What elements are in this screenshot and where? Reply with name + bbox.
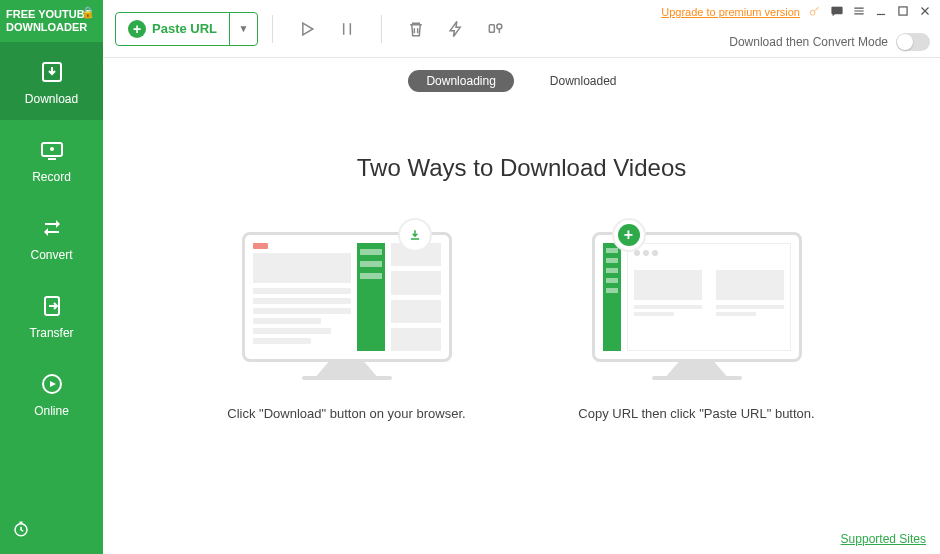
upgrade-link[interactable]: Upgrade to premium version <box>661 6 800 18</box>
plus-badge: + <box>612 218 646 252</box>
clock-icon[interactable] <box>12 520 30 542</box>
paste-url-main: + Paste URL <box>116 20 229 38</box>
tab-downloaded[interactable]: Downloaded <box>532 70 635 92</box>
mode-toggle[interactable] <box>896 33 930 51</box>
main-area: + Paste URL ▼ Upgrade to premium version… <box>103 0 940 554</box>
nav-record[interactable]: Record <box>0 120 103 198</box>
close-icon[interactable] <box>918 4 932 20</box>
separator <box>272 15 273 43</box>
record-icon <box>38 138 66 162</box>
nav-label: Transfer <box>29 326 73 340</box>
separator <box>381 15 382 43</box>
feedback-icon[interactable] <box>830 4 844 20</box>
tabs: Downloading Downloaded <box>103 58 940 104</box>
footer: Supported Sites <box>103 524 940 554</box>
way-browser: Click "Download" button on your browser. <box>217 232 477 424</box>
way-paste: + <box>567 232 827 424</box>
svg-point-8 <box>810 10 815 15</box>
download-icon <box>38 60 66 84</box>
monitor-illustration: + <box>592 232 802 380</box>
settings-button[interactable] <box>486 19 506 39</box>
mode-label: Download then Convert Mode <box>729 35 888 49</box>
speed-button[interactable] <box>446 19 466 39</box>
nav-download[interactable]: Download <box>0 42 103 120</box>
content-title: Two Ways to Download Videos <box>357 154 687 182</box>
toolbar: + Paste URL ▼ Upgrade to premium version… <box>103 0 940 58</box>
nav-label: Record <box>32 170 71 184</box>
convert-icon <box>38 216 66 240</box>
nav-label: Convert <box>30 248 72 262</box>
online-icon <box>38 372 66 396</box>
sidebar-bottom <box>0 508 103 554</box>
delete-button[interactable] <box>406 19 426 39</box>
paste-dropdown[interactable]: ▼ <box>229 13 257 45</box>
way-browser-text: Click "Download" button on your browser. <box>227 404 465 424</box>
tab-downloading[interactable]: Downloading <box>408 70 513 92</box>
supported-sites-link[interactable]: Supported Sites <box>841 532 926 546</box>
svg-point-2 <box>50 147 54 151</box>
plus-icon: + <box>128 20 146 38</box>
paste-url-button[interactable]: + Paste URL ▼ <box>115 12 258 46</box>
nav-convert[interactable]: Convert <box>0 198 103 276</box>
transfer-icon <box>38 294 66 318</box>
svg-rect-6 <box>489 24 494 31</box>
svg-rect-9 <box>832 7 843 14</box>
maximize-icon[interactable] <box>896 4 910 20</box>
minimize-icon[interactable] <box>874 4 888 20</box>
key-icon[interactable] <box>808 4 822 20</box>
lock-icon: 🔒 <box>81 6 95 19</box>
play-button[interactable] <box>297 19 317 39</box>
pause-button[interactable] <box>337 19 357 39</box>
way-paste-text: Copy URL then click "Paste URL" button. <box>578 404 814 424</box>
app-logo: FREE YOUTUBE DOWNLOADER 🔒 <box>0 0 103 42</box>
menu-icon[interactable] <box>852 4 866 20</box>
nav-transfer[interactable]: Transfer <box>0 276 103 354</box>
mode-row: Download then Convert Mode <box>729 33 930 51</box>
sidebar: FREE YOUTUBE DOWNLOADER 🔒 Download Recor… <box>0 0 103 554</box>
content: Two Ways to Download Videos <box>103 104 940 524</box>
download-badge <box>398 218 432 252</box>
svg-rect-10 <box>899 7 907 15</box>
monitor-illustration <box>242 232 452 380</box>
app-title: FREE YOUTUBE DOWNLOADER <box>6 8 92 33</box>
paste-label: Paste URL <box>152 21 217 36</box>
nav-online[interactable]: Online <box>0 354 103 432</box>
ways-row: Click "Download" button on your browser.… <box>217 232 827 424</box>
svg-point-7 <box>497 24 502 29</box>
nav-label: Download <box>25 92 78 106</box>
window-controls-row: Upgrade to premium version <box>661 4 932 20</box>
nav-label: Online <box>34 404 69 418</box>
